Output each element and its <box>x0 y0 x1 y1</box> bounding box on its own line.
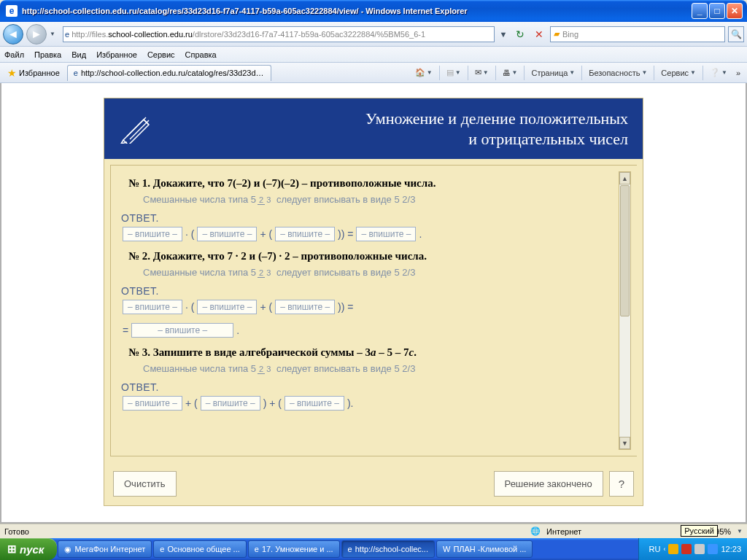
home-icon: 🏠 <box>415 68 425 77</box>
menu-favorites[interactable]: Избранное <box>96 50 137 59</box>
minimize-button[interactable]: _ <box>692 3 708 19</box>
p3-input-2[interactable]: – впишите – <box>201 396 260 411</box>
nav-history-dropdown[interactable]: ▼ <box>50 31 60 37</box>
page-menu-label: Страница <box>531 69 568 77</box>
tray-icon-2[interactable] <box>681 544 692 554</box>
done-button[interactable]: Решение закончено <box>494 471 603 497</box>
taskbar-label-1: Основное общее ... <box>167 545 239 553</box>
hint-post: следует вписывать в виде 5 2/3 <box>274 194 415 205</box>
menu-help[interactable]: Справка <box>185 50 217 59</box>
p3-a: № 3. Запишите в виде алгебраической сумм… <box>128 346 371 358</box>
word-icon: W <box>443 545 450 553</box>
hint-num-2: 2 <box>258 268 265 278</box>
clear-button[interactable]: Очистить <box>113 471 177 497</box>
taskbar: ⊞ пуск ◉МегаФон Интернет eОсновное общее… <box>0 538 747 560</box>
forward-button[interactable]: ► <box>26 24 47 44</box>
tray-icon-3[interactable] <box>694 544 705 554</box>
tools-menu-label: Сервис <box>661 69 689 77</box>
chevron-button[interactable]: » <box>734 67 743 79</box>
problems-panel: № 1. Докажите, что 7(–2) и (–7)(–2) – пр… <box>110 165 637 456</box>
tools-menu[interactable]: Сервис▼ <box>659 67 698 79</box>
tray-icon-1[interactable] <box>668 544 678 554</box>
hint-num-3: 2 <box>258 365 265 374</box>
tray-clock[interactable]: 12:23 <box>721 545 741 553</box>
tab-icon: e <box>74 69 78 77</box>
taskbar-item-1[interactable]: eОсновное общее ... <box>153 540 246 558</box>
tab-toolbar: ★ Избранное e http://school-collection.e… <box>0 63 747 83</box>
p3-input-1[interactable]: – впишите – <box>123 396 182 411</box>
status-zone: Интернет <box>546 527 581 536</box>
problem-1-hint: Смешанные числа типа 523 следует вписыва… <box>143 194 627 205</box>
answer-1-label: ОТВЕТ. <box>121 212 627 224</box>
menu-tools[interactable]: Сервис <box>147 50 175 59</box>
stop-button[interactable]: ✕ <box>531 26 547 42</box>
p3-e: . <box>414 346 417 358</box>
search-provider: Bing <box>562 30 578 39</box>
tray-chevron-icon[interactable]: ‹ <box>663 545 665 553</box>
search-go-button[interactable]: 🔍 <box>728 26 744 42</box>
menu-edit[interactable]: Правка <box>34 50 61 59</box>
answer-2-line-1: – впишите – · ( – впишите – + ( – впишит… <box>121 300 627 314</box>
answer-2-label: ОТВЕТ. <box>121 285 627 297</box>
lesson-title-1: Умножение и деление положительных <box>365 109 628 128</box>
home-button[interactable]: 🏠▼ <box>413 66 435 79</box>
hint-den-2: 3 <box>265 268 272 277</box>
favorites-button[interactable]: ★ Избранное <box>4 66 63 80</box>
pencil-icon <box>119 114 155 144</box>
hint-num: 2 <box>258 195 265 205</box>
start-label: пуск <box>20 543 44 556</box>
p1-input-3[interactable]: – впишите – <box>275 227 335 241</box>
p2-input-4[interactable]: – впишите – <box>131 323 233 338</box>
language-tooltip: Русский <box>681 525 718 537</box>
menu-file[interactable]: Файл <box>4 50 24 59</box>
feeds-button[interactable]: ▤▼ <box>444 66 463 79</box>
scroll-up-button[interactable]: ▲ <box>619 172 630 184</box>
hint-pre-2: Смешанные числа типа 5 <box>143 267 256 278</box>
address-bar[interactable]: e http://files.school-collection.edu.ru/… <box>63 26 495 42</box>
p2-input-3[interactable]: – впишите – <box>275 300 335 314</box>
hint-den: 3 <box>265 195 272 204</box>
print-button[interactable]: 🖶▼ <box>500 67 520 79</box>
browser-tab[interactable]: e http://school-collection.edu.ru/catalo… <box>67 65 271 81</box>
scroll-down-button[interactable]: ▼ <box>619 437 630 449</box>
search-box[interactable]: ▰ Bing <box>550 26 725 42</box>
tray-lang[interactable]: RU <box>649 545 661 553</box>
taskbar-label-0: МегаФон Интернет <box>74 545 145 553</box>
mail-button[interactable]: ✉▼ <box>473 66 491 79</box>
taskbar-item-4[interactable]: WПЛАН -Климовой ... <box>436 540 533 558</box>
taskbar-item-0[interactable]: ◉МегаФон Интернет <box>58 540 152 558</box>
window-titlebar: e http://school-collection.edu.ru/catalo… <box>0 0 747 22</box>
address-dropdown[interactable]: ▼ <box>498 30 509 39</box>
maximize-button[interactable]: □ <box>709 3 725 19</box>
taskbar-item-2[interactable]: e17. Умножение и ... <box>248 540 340 558</box>
window-title: http://school-collection.edu.ru/catalog/… <box>20 7 468 15</box>
scrollbar[interactable]: ▲ ▼ <box>619 171 631 450</box>
taskbar-label-4: ПЛАН -Климовой ... <box>453 545 526 553</box>
menu-view[interactable]: Вид <box>71 50 86 59</box>
nav-toolbar: ◄ ► ▼ e http://files.school-collection.e… <box>0 22 747 47</box>
close-button[interactable]: ✕ <box>727 3 743 19</box>
hint-pre: Смешанные числа типа 5 <box>143 194 256 205</box>
lesson-help-button[interactable]: ? <box>609 471 634 497</box>
taskbar-item-3[interactable]: ehttp://school-collec... <box>341 540 435 558</box>
p1-input-4[interactable]: – впишите – <box>356 227 416 241</box>
refresh-button[interactable]: ↻ <box>512 26 528 42</box>
tray-icon-4[interactable] <box>708 544 718 554</box>
problem-2-title: № 2. Докажите, что 7 · 2 и (–7) · 2 – пр… <box>128 250 627 262</box>
answer-2-line-2: = – впишите – . <box>121 323 627 338</box>
help-button[interactable]: ❔▼ <box>708 66 729 79</box>
status-ready: Готово <box>4 527 29 536</box>
p2-input-2[interactable]: – впишите – <box>197 300 257 314</box>
page-menu[interactable]: Страница▼ <box>529 67 577 79</box>
p1-input-1[interactable]: – впишите – <box>123 227 182 241</box>
page-icon: e <box>65 30 69 39</box>
help-icon: ❔ <box>710 68 720 77</box>
start-button[interactable]: ⊞ пуск <box>0 538 57 560</box>
lesson-footer: Очистить Решение закончено ? <box>104 462 643 505</box>
p1-input-2[interactable]: – впишите – <box>197 227 257 241</box>
safety-menu[interactable]: Безопасность▼ <box>587 67 649 79</box>
back-button[interactable]: ◄ <box>3 24 23 44</box>
scroll-thumb[interactable] <box>620 185 630 316</box>
p2-input-1[interactable]: – впишите – <box>123 300 182 314</box>
p3-input-3[interactable]: – впишите – <box>285 396 344 411</box>
